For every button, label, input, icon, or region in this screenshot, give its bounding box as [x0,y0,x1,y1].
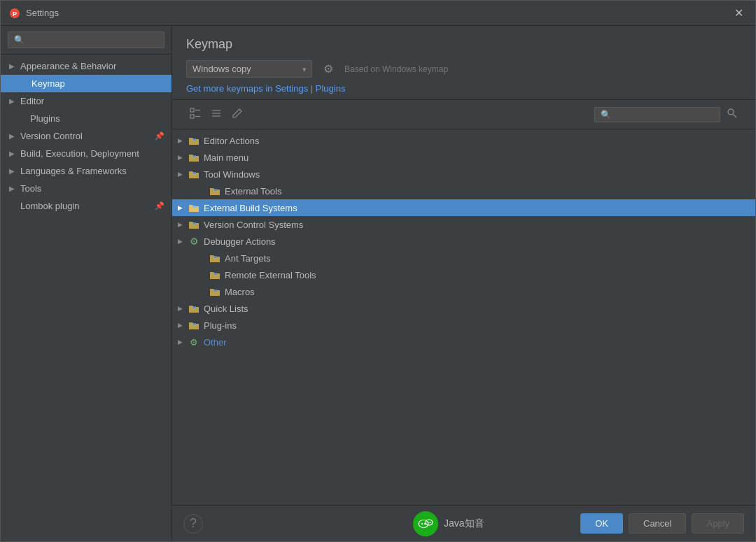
svg-rect-2 [190,108,194,112]
svg-rect-16 [193,222,196,224]
tree-item-label: Plug-ins [204,320,237,331]
cancel-button[interactable]: Cancel [629,513,686,534]
svg-rect-13 [193,172,196,174]
tree-item-label: Quick Lists [204,304,248,314]
tree-item-label: Main menu [204,152,248,163]
sidebar-item-version-control[interactable]: ▶ Version Control 📌 [1,127,172,145]
tree-item-quick-lists[interactable]: ▶ Quick Lists [172,300,755,317]
tree-item-external-tools[interactable]: External Tools [172,183,755,199]
tree-item-version-control-systems[interactable]: ▶ Version Control Systems [172,216,755,233]
svg-rect-14 [214,189,217,191]
window-title: Settings [26,8,730,18]
edit-button[interactable] [228,106,246,123]
sidebar-items-list: ▶ Appearance & Behavior Keymap ▶ Editor … [1,55,172,541]
tree-item-macros[interactable]: Macros [172,283,755,300]
panel-title: Keymap [186,37,741,52]
svg-point-26 [428,522,429,523]
sidebar-item-label: Build, Execution, Deployment [20,148,139,159]
folder-icon [188,169,200,180]
sidebar-item-build[interactable]: ▶ Build, Execution, Deployment [1,145,172,162]
no-arrow-spacer [199,271,209,278]
main-panel: Keymap Windows copy ⚙ Based on Windows k… [172,26,755,541]
folder-icon [209,269,221,280]
tree-item-label: Other [204,337,227,348]
keymap-tree: ▶ Editor Actions ▶ Main menu ▶ [172,129,755,505]
pin-icon: 📌 [155,201,164,211]
tree-item-label: Ant Targets [225,253,271,264]
svg-point-23 [421,522,423,524]
arrow-spacer [20,80,29,87]
sidebar-item-keymap[interactable]: Keymap [1,75,172,92]
sidebar-item-tools[interactable]: ▶ Tools [1,180,172,197]
svg-point-27 [430,522,431,523]
sidebar-item-editor[interactable]: ▶ Editor [1,92,172,110]
expand-arrow-icon: ▶ [178,305,188,312]
sidebar-item-label: Languages & Frameworks [20,166,127,176]
help-button[interactable]: ? [183,514,203,534]
apply-button[interactable]: Apply [692,513,744,534]
tree-item-label: Remote External Tools [225,270,316,280]
arrow-icon: ▶ [9,185,18,192]
tree-item-editor-actions[interactable]: ▶ Editor Actions [172,132,755,149]
footer-buttons: OK Cancel Apply [580,513,744,534]
content-area: ▶ Appearance & Behavior Keymap ▶ Editor … [1,26,755,541]
pin-icon: 📌 [155,131,164,141]
tree-item-plug-ins[interactable]: ▶ Plug-ins [172,317,755,334]
tree-item-label: External Tools [225,186,281,197]
sidebar-item-lombok[interactable]: Lombok plugin 📌 [1,197,172,215]
collapse-all-button[interactable] [207,106,225,123]
tree-item-ant-targets[interactable]: Ant Targets [172,250,755,266]
sidebar-item-plugins[interactable]: Plugins [1,110,172,127]
expand-arrow-icon: ▶ [178,137,188,144]
keymap-selector-row: Windows copy ⚙ Based on Windows keymap [186,60,741,78]
tree-toolbar [172,100,755,129]
tree-item-label: Macros [225,287,255,297]
settings-link[interactable]: Get more keymaps in Settings [186,83,308,94]
settings-dialog: P Settings ✕ ▶ Appearance & Behavior Key… [0,0,756,542]
tree-item-other[interactable]: ▶ ⚙ Other [172,334,755,350]
tree-item-tool-windows[interactable]: ▶ Tool Windows [172,166,755,183]
plugins-link[interactable]: Plugins [316,83,346,94]
gear-icon: ⚙ [188,236,200,247]
sidebar-item-label: Version Control [20,131,83,141]
keymap-gear-button[interactable]: ⚙ [319,61,337,77]
folder-icon [188,135,200,146]
tree-item-main-menu[interactable]: ▶ Main menu [172,149,755,166]
tree-item-debugger-actions[interactable]: ▶ ⚙ Debugger Actions [172,233,755,250]
tree-search-input[interactable] [594,107,720,122]
svg-rect-3 [190,115,194,118]
svg-rect-12 [193,155,196,157]
wechat-label: Java知音 [444,518,484,530]
tree-item-remote-external-tools[interactable]: Remote External Tools [172,266,755,283]
sidebar-search-area [1,26,172,55]
svg-rect-20 [193,306,196,308]
wechat-area: Java知音 [413,511,484,536]
svg-rect-11 [193,138,196,141]
expand-arrow-icon: ▶ [178,322,188,329]
tree-search-button[interactable] [723,106,741,123]
expand-all-button[interactable] [186,106,204,123]
keymap-select[interactable]: Windows copy [186,60,312,78]
expand-arrow-icon: ▶ [178,154,188,161]
sidebar-item-label: Editor [20,96,44,106]
arrow-icon: ▶ [9,62,18,70]
tree-search-area [594,106,741,123]
svg-rect-17 [214,256,217,258]
sidebar-item-languages[interactable]: ▶ Languages & Frameworks [1,162,172,180]
arrow-icon: ▶ [9,167,18,175]
sidebar-item-label: Lombok plugin [20,201,80,211]
arrow-icon: ▶ [9,97,18,105]
sidebar-search-input[interactable] [8,31,164,48]
folder-icon [188,152,200,163]
folder-icon [188,320,200,331]
sidebar-item-appearance[interactable]: ▶ Appearance & Behavior [1,57,172,75]
folder-icon [209,252,221,264]
tree-item-external-build-systems[interactable]: ▶ External Build Systems [172,199,755,216]
app-icon: P [9,8,20,19]
title-bar: P Settings ✕ [1,1,755,26]
ok-button[interactable]: OK [580,513,623,534]
svg-line-10 [734,115,737,118]
close-button[interactable]: ✕ [730,5,747,22]
tree-item-label: Debugger Actions [204,236,276,247]
folder-icon [188,219,200,230]
